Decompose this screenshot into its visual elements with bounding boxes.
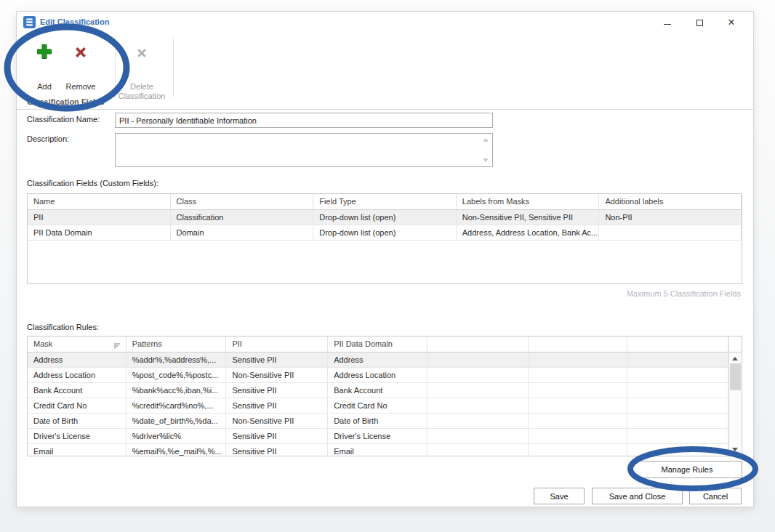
column-header-pii[interactable]: PII xyxy=(226,336,328,352)
sort-ascending-icon xyxy=(114,342,121,350)
table-row[interactable]: Address%addr%,%address%,...Sensitive PII… xyxy=(28,352,728,368)
x-icon xyxy=(57,42,104,64)
close-button[interactable]: × xyxy=(715,12,747,33)
table-header-row: Name Class Field Type Labels from Masks … xyxy=(28,194,742,210)
classification-fields-table: Name Class Field Type Labels from Masks … xyxy=(27,193,742,284)
table-cell: Drop-down list (open) xyxy=(313,210,457,225)
table-cell: Sensitive PII xyxy=(226,352,328,367)
table-cell xyxy=(529,383,628,398)
column-header-class[interactable]: Class xyxy=(171,194,314,209)
table-cell: Driver's License xyxy=(328,429,427,443)
table-cell xyxy=(427,398,529,413)
table-header-row: Mask Patterns PII PII Data Domain xyxy=(28,336,728,352)
scroll-up-icon[interactable] xyxy=(732,357,738,360)
table-cell: Email xyxy=(328,444,427,456)
column-header-empty[interactable] xyxy=(627,336,728,352)
scroll-down-icon[interactable] xyxy=(732,448,738,451)
table-cell xyxy=(427,383,529,398)
table-cell xyxy=(529,429,628,443)
maximize-button[interactable] xyxy=(683,12,715,33)
x-icon-disabled xyxy=(111,42,172,64)
table-row[interactable]: Credit Card No%credit%card%no%,...Sensit… xyxy=(28,398,728,414)
column-header-field-type[interactable]: Field Type xyxy=(313,194,457,209)
table-cell xyxy=(599,225,742,240)
table-body: Address%addr%,%address%,...Sensitive PII… xyxy=(28,352,742,456)
app-icon xyxy=(23,16,36,28)
table-cell xyxy=(529,444,628,456)
table-cell xyxy=(529,352,628,367)
table-cell: %driver%lic% xyxy=(127,429,227,443)
column-header-mask-label: Mask xyxy=(33,339,52,348)
minimize-icon xyxy=(664,24,671,25)
title-bar[interactable]: Edit Classification × xyxy=(17,12,753,33)
table-cell xyxy=(627,429,728,443)
table-cell: Drop-down list (open) xyxy=(313,225,457,240)
ribbon-toolbar: Add Remove Delete Classification xyxy=(17,33,753,110)
table-cell: Bank Account xyxy=(28,383,127,398)
cancel-button[interactable]: Cancel xyxy=(689,488,742,504)
table-cell: Sensitive PII xyxy=(226,444,328,456)
description-field xyxy=(115,133,493,167)
table-cell: Credit Card No xyxy=(328,398,427,413)
table-body: PIIClassificationDrop-down list (open)No… xyxy=(28,210,742,241)
table-cell: Bank Account xyxy=(328,383,427,398)
scrollbar-thumb[interactable] xyxy=(730,363,741,390)
table-row[interactable]: PII Data DomainDomainDrop-down list (ope… xyxy=(28,225,742,241)
table-cell xyxy=(627,444,728,456)
delete-classification-button[interactable]: Delete Classification xyxy=(111,42,172,64)
remove-button[interactable]: Remove xyxy=(57,42,104,64)
table-cell xyxy=(427,414,529,428)
table-cell xyxy=(529,368,628,382)
table-cell xyxy=(427,444,529,456)
table-cell: Domain xyxy=(171,225,314,240)
classification-name-label: Classification Name: xyxy=(27,115,100,124)
table-cell xyxy=(627,368,728,382)
table-cell: %bank%acc%,iban,%i... xyxy=(127,383,227,398)
rules-table-label: Classification Rules: xyxy=(27,323,99,331)
table-cell: PII xyxy=(28,210,171,225)
save-button[interactable]: Save xyxy=(534,488,585,504)
table-row[interactable]: Address Location%post_code%,%postc...Non… xyxy=(28,368,728,383)
column-header-patterns[interactable]: Patterns xyxy=(127,336,227,352)
column-header-labels-from-masks[interactable]: Labels from Masks xyxy=(457,194,600,209)
description-textarea[interactable] xyxy=(116,134,492,166)
table-cell: %post_code%,%postc... xyxy=(127,368,227,382)
column-header-name[interactable]: Name xyxy=(28,194,171,209)
column-header-empty[interactable] xyxy=(427,336,529,352)
table-cell xyxy=(427,352,529,367)
table-cell: Sensitive PII xyxy=(226,398,328,413)
table-cell: Non-Sensitive PII xyxy=(226,414,328,428)
table-cell xyxy=(529,414,628,428)
table-row[interactable]: PIIClassificationDrop-down list (open)No… xyxy=(28,210,742,225)
scroll-up-icon[interactable] xyxy=(483,138,489,142)
table-row[interactable]: Email%email%,%e_mail%,%...Sensitive PIIE… xyxy=(28,444,728,456)
column-header-additional-labels[interactable]: Additional labels xyxy=(599,194,742,209)
table-cell: Classification xyxy=(171,210,314,225)
table-cell: Non-Sensitive PII, Sensitive PII xyxy=(457,210,600,225)
column-header-pii-data-domain[interactable]: PII Data Domain xyxy=(328,336,427,352)
table-cell: %email%,%e_mail%,%... xyxy=(127,444,227,456)
column-header-mask[interactable]: Mask xyxy=(28,336,127,352)
ribbon-group-separator xyxy=(173,38,174,97)
scroll-down-icon[interactable] xyxy=(483,158,489,162)
classification-name-input[interactable] xyxy=(115,113,493,128)
column-header-empty[interactable] xyxy=(529,336,628,352)
table-row[interactable]: Driver's License%driver%lic%Sensitive PI… xyxy=(28,429,728,444)
table-cell: Driver's License xyxy=(28,429,127,443)
vertical-scrollbar[interactable] xyxy=(728,352,742,456)
desktop-background: Edit Classification × Add xyxy=(0,0,775,532)
table-cell xyxy=(529,398,628,413)
table-row[interactable]: Bank Account%bank%acc%,iban,%i...Sensiti… xyxy=(28,383,728,398)
table-cell xyxy=(627,383,728,398)
table-cell: Address Location xyxy=(28,368,127,382)
table-cell xyxy=(627,352,728,367)
minimize-button[interactable] xyxy=(651,12,683,33)
save-and-close-button[interactable]: Save and Close xyxy=(592,488,683,504)
ribbon-group-caption: Classification Fields xyxy=(17,97,115,106)
table-cell: Date of Birth xyxy=(328,414,427,428)
fields-table-label: Classification Fields (Custom Fields): xyxy=(27,179,158,188)
manage-rules-button[interactable]: Manage Rules xyxy=(632,461,742,478)
table-cell: Address, Address Location, Bank Ac... xyxy=(457,225,600,240)
table-cell: %date_of_birth%,%da... xyxy=(127,414,227,428)
table-row[interactable]: Date of Birth%date_of_birth%,%da...Non-S… xyxy=(28,414,728,429)
